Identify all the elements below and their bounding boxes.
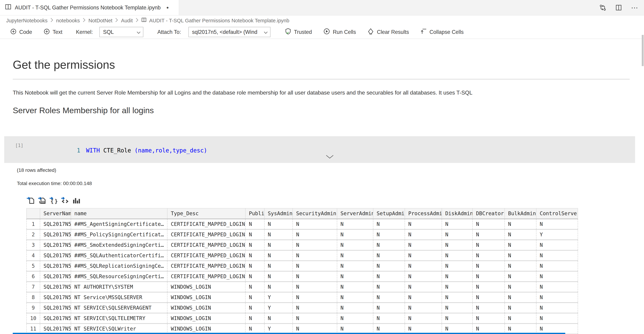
grid-cell[interactable]: N <box>373 303 405 313</box>
save-as-excel-icon[interactable] <box>38 196 47 204</box>
grid-cell[interactable]: N <box>373 229 405 240</box>
grid-cell[interactable]: SQL2017N5 <box>40 282 71 292</box>
grid-cell[interactable]: Y <box>264 292 293 303</box>
grid-cell[interactable]: N <box>536 324 578 334</box>
grid-cell[interactable]: N <box>442 282 472 292</box>
grid-cell[interactable]: N <box>337 229 373 240</box>
grid-cell[interactable]: N <box>337 313 373 324</box>
column-header-ServerAdmin[interactable]: ServerAdmin <box>337 208 373 219</box>
grid-cell[interactable]: N <box>293 240 337 250</box>
grid-cell[interactable]: SQL2017N5 <box>40 229 71 240</box>
notebook-tab[interactable]: AUDIT - T-SQL Gather Permissions Noteboo… <box>0 0 179 15</box>
grid-cell[interactable]: N <box>337 219 373 229</box>
grid-cell[interactable]: N <box>505 303 536 313</box>
grid-cell[interactable]: SQL2017N5 <box>40 324 71 334</box>
grid-cell[interactable]: N <box>373 324 405 334</box>
grid-cell[interactable]: N <box>472 292 504 303</box>
grid-cell[interactable]: N <box>405 271 442 282</box>
grid-cell[interactable]: Y <box>536 229 578 240</box>
grid-cell[interactable]: N <box>337 303 373 313</box>
grid-cell[interactable]: N <box>505 324 536 334</box>
grid-cell[interactable]: N <box>373 250 405 261</box>
grid-cell[interactable]: ##MS_SQLAuthenticatorCertifi… <box>71 250 168 261</box>
grid-cell[interactable]: N <box>472 324 504 334</box>
grid-cell[interactable]: N <box>337 282 373 292</box>
save-as-csv-icon[interactable] <box>26 196 36 204</box>
column-header-SysAdmin[interactable]: SysAdmin <box>264 208 293 219</box>
code-cell[interactable]: [1] 1WITH CTE_Role (name,role,type_desc) <box>4 136 635 163</box>
grid-cell[interactable]: WINDOWS_LOGIN <box>167 292 245 303</box>
grid-cell[interactable]: N <box>373 282 405 292</box>
grid-cell[interactable]: N <box>405 313 442 324</box>
grid-cell[interactable]: N <box>405 261 442 271</box>
grid-cell[interactable]: CERTIFICATE_MAPPED_LOGIN <box>167 250 245 261</box>
row-number-cell[interactable]: 6 <box>26 271 40 282</box>
row-number-cell[interactable]: 10 <box>26 313 40 324</box>
grid-cell[interactable]: N <box>245 271 264 282</box>
grid-cell[interactable]: N <box>442 229 472 240</box>
grid-cell[interactable]: N <box>442 250 472 261</box>
grid-cell[interactable]: N <box>536 271 578 282</box>
add-text-cell-button[interactable]: Text <box>40 28 66 36</box>
grid-cell[interactable]: N <box>245 303 264 313</box>
breadcrumb-item[interactable]: Audit <box>121 18 133 23</box>
row-number-cell[interactable]: 5 <box>26 261 40 271</box>
grid-cell[interactable]: N <box>472 303 504 313</box>
grid-cell[interactable]: N <box>505 240 536 250</box>
trusted-button[interactable]: Trusted <box>281 28 316 36</box>
split-editor-icon[interactable] <box>615 4 622 11</box>
grid-cell[interactable]: N <box>536 219 578 229</box>
grid-cell[interactable]: N <box>245 324 264 334</box>
grid-cell[interactable]: N <box>442 271 472 282</box>
row-number-cell[interactable]: 3 <box>26 240 40 250</box>
cell-collapse-chevron-icon[interactable] <box>326 153 334 160</box>
grid-cell[interactable]: N <box>245 250 264 261</box>
column-header-name[interactable]: name <box>71 208 168 219</box>
grid-cell[interactable]: N <box>472 229 504 240</box>
grid-cell[interactable]: ##MS_AgentSigningCertificate… <box>71 219 168 229</box>
grid-cell[interactable]: N <box>373 261 405 271</box>
show-chart-icon[interactable] <box>72 196 81 204</box>
grid-cell[interactable]: N <box>245 219 264 229</box>
grid-cell[interactable]: N <box>442 324 472 334</box>
column-header-BulkAdmin[interactable]: BulkAdmin <box>505 208 536 219</box>
row-number-cell[interactable]: 9 <box>26 303 40 313</box>
grid-cell[interactable]: N <box>536 282 578 292</box>
breadcrumb-item[interactable]: NotDotNet <box>88 18 112 23</box>
grid-cell[interactable]: N <box>337 261 373 271</box>
column-header-ControlServer[interactable]: ControlServer <box>536 208 578 219</box>
grid-cell[interactable]: N <box>337 271 373 282</box>
grid-cell[interactable]: N <box>505 313 536 324</box>
row-number-cell[interactable]: 1 <box>26 219 40 229</box>
grid-cell[interactable]: N <box>442 240 472 250</box>
grid-cell[interactable]: N <box>245 229 264 240</box>
grid-cell[interactable]: N <box>405 282 442 292</box>
column-header-SetupAdmin[interactable]: SetupAdmin <box>373 208 405 219</box>
grid-cell[interactable]: N <box>472 261 504 271</box>
grid-cell[interactable]: N <box>293 250 337 261</box>
grid-cell[interactable]: N <box>442 303 472 313</box>
grid-cell[interactable]: CERTIFICATE_MAPPED_LOGIN <box>167 271 245 282</box>
save-as-xml-icon[interactable] <box>61 196 70 204</box>
column-header-rownum[interactable] <box>26 208 40 219</box>
breadcrumb-item[interactable]: notebooks <box>56 18 80 23</box>
grid-cell[interactable]: N <box>405 324 442 334</box>
grid-cell[interactable]: N <box>472 250 504 261</box>
grid-cell[interactable]: N <box>264 240 293 250</box>
grid-cell[interactable]: N <box>293 282 337 292</box>
grid-cell[interactable]: N <box>264 271 293 282</box>
grid-cell[interactable]: N <box>245 240 264 250</box>
breadcrumb-item-file[interactable]: AUDIT - T-SQL Gather Permissions Noteboo… <box>141 17 289 23</box>
attach-to-dropdown[interactable]: sql2017n5, <default> (Wind <box>188 27 271 37</box>
grid-cell[interactable]: N <box>264 229 293 240</box>
grid-cell[interactable]: SQL2017N5 <box>40 271 71 282</box>
grid-cell[interactable]: WINDOWS_LOGIN <box>167 313 245 324</box>
column-header-DBCreator[interactable]: DBCreator <box>472 208 504 219</box>
grid-cell[interactable]: N <box>472 282 504 292</box>
add-code-cell-button[interactable]: Code <box>7 28 36 36</box>
grid-cell[interactable]: N <box>293 229 337 240</box>
grid-cell[interactable]: N <box>536 261 578 271</box>
grid-cell[interactable]: SQL2017N5 <box>40 292 71 303</box>
grid-cell[interactable]: N <box>505 229 536 240</box>
grid-cell[interactable]: N <box>505 261 536 271</box>
